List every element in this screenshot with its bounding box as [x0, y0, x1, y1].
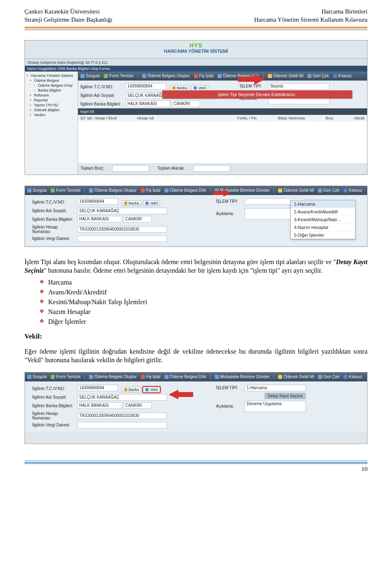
- banka-sube-value[interactable]: CANKIRI: [172, 101, 200, 107]
- annotation-arrow-left-icon: [169, 390, 193, 399]
- dropdown-option-kesinti[interactable]: 3-Kesinti/Mahsup/Naki...: [291, 216, 355, 224]
- list-item: Diğer İşlemler: [39, 317, 368, 327]
- islemtipi-select[interactable]: 1-Harcama: [245, 385, 306, 391]
- aciklama-label: Açıklama:: [216, 211, 245, 216]
- kilavuz-button[interactable]: Kılavuz: [343, 374, 362, 379]
- vekil-button[interactable]: Vekil: [191, 85, 208, 91]
- form-left-column: İlgilinin T.C./V.NO: 14359890694 Banka V…: [32, 198, 167, 242]
- app-logo-sub: HARCAMA YÖNETİM SİSTEMİ: [164, 49, 228, 54]
- adsoyad-value[interactable]: SELÇUK KARAAĞAÇ: [77, 394, 167, 401]
- odenek-geldi-button[interactable]: Ödenek Geldi Mi: [278, 374, 314, 379]
- form-temizle-button[interactable]: Form Temizle: [51, 374, 80, 379]
- broom-icon: [51, 188, 55, 193]
- sorgula-button[interactable]: Sorgula: [27, 374, 47, 379]
- grid-body: [78, 121, 367, 163]
- dropdown-option-nazim[interactable]: 4-Nazım Hesaplar: [291, 224, 355, 231]
- vekil-button[interactable]: Vekil: [143, 200, 160, 206]
- banka-button[interactable]: Banka: [122, 200, 142, 206]
- toplam-borc-label: Toplam Borç:: [80, 166, 104, 170]
- screenshot-2: Sorgula Form Temizle Ödeme Belgesi Oluşt…: [24, 186, 368, 247]
- tcvno-value[interactable]: 14359890694: [77, 385, 118, 391]
- search-icon: [80, 74, 85, 78]
- detay-kayit-badge[interactable]: Detay Kayıt Seçiniz: [265, 393, 306, 399]
- cancel-icon: [141, 375, 145, 379]
- hesap-label: İlgilinin Hesap Numarası:: [32, 225, 77, 234]
- fis-iptal-button[interactable]: Fiş İptal: [194, 74, 214, 78]
- banka-sube-value[interactable]: CANKIRI: [123, 402, 152, 409]
- toolbar: Sorgula Form Temizle Ödeme Belgesi Oluşt…: [25, 186, 367, 195]
- print-icon: [165, 188, 169, 193]
- grid-col-2: Hesap Adı: [137, 116, 154, 120]
- paragraph-islem-tipi: İşlem Tipi alanı beş kısımdan oluşur. Ol…: [24, 258, 368, 275]
- hesap-value[interactable]: TR320001200964600001010630: [77, 413, 167, 419]
- sorgula-button[interactable]: Sorgula: [80, 74, 100, 78]
- islemtipi-select[interactable]: Seçiniz: [268, 83, 330, 90]
- odeme-dok-button[interactable]: Ödeme Belgesi Dök: [165, 188, 206, 193]
- islemtipi-dropdown[interactable]: 1-Harcama 2-Avans/Kredi/Akreditif 3-Kesi…: [290, 200, 356, 239]
- header-right-line1: Harcama Birimleri: [254, 7, 368, 16]
- form-temizle-button[interactable]: Form Temizle: [104, 74, 134, 78]
- vergi-label: İlgilinin Vergi Dairesi:: [32, 236, 77, 241]
- banka-value[interactable]: HALK BANKASI: [77, 216, 122, 222]
- sidebar-raporlar: Raporlar: [30, 98, 76, 103]
- coin-icon: [278, 188, 282, 193]
- islemtipi-label: İŞLEM TİPİ:: [216, 386, 245, 390]
- print-icon: [165, 375, 169, 379]
- grid-section-header: Kayıt Sil: [78, 108, 367, 115]
- tcvno-value[interactable]: 14359890694: [125, 83, 166, 90]
- header-left-line1: Çankırı Karatekin Üniversitesi: [24, 7, 112, 16]
- vergi-label: İlgilinin Vergi Dairesi:: [32, 423, 77, 427]
- warning-banner: İşlem Tipi Seçerek Devam Edebilirsiniz.: [162, 90, 352, 99]
- sidebar-yardim: Yardım: [30, 112, 76, 117]
- banka-button[interactable]: Banka: [170, 85, 190, 91]
- form-left-column: İlgilinin T.C./V.NO: 14359890694 Banka V…: [32, 385, 167, 428]
- dropdown-option-diger[interactable]: 5-Diğer İşlemler: [291, 231, 355, 239]
- toolbar: Sorgula Form Temizle Ödeme Belgesi Oluşt…: [78, 72, 367, 81]
- menu-bar: Menü Hoşgeldiniz ÖEB Banka Bilgileri Gir…: [25, 66, 367, 72]
- muhasebe-gonder-button[interactable]: Muhasebe Birimine Gönder: [215, 374, 270, 379]
- list-item: Kesinti/Mahsup/Nakit Talep İşlemleri: [39, 297, 368, 307]
- odeme-olustur-button[interactable]: Ödeme Belgesi Oluştur: [89, 374, 136, 379]
- tcvno-label: İlgilinin T.C./V.NO:: [80, 85, 125, 89]
- dropdown-option-avans[interactable]: 2-Avans/Kredi/Akreditif: [291, 208, 355, 216]
- islemtipi-label: İŞLEM TİPİ:: [216, 199, 245, 204]
- odenek-geldi-button[interactable]: Ödenek Geldi Mi: [268, 74, 303, 78]
- toplam-borc-value: [112, 165, 149, 172]
- tcvno-value[interactable]: 14359890694: [77, 198, 118, 205]
- banka-button[interactable]: Banka: [122, 387, 142, 392]
- odeme-olustur-button[interactable]: Ödeme Belgesi Oluştur: [142, 74, 189, 78]
- vekil-button[interactable]: Vekil: [143, 387, 160, 392]
- doc-plus-icon: [89, 188, 93, 193]
- bank-icon: [124, 388, 127, 391]
- vergi-input[interactable]: [77, 422, 167, 428]
- odeme-olustur-button[interactable]: Ödeme Belgesi Oluştur: [89, 188, 136, 193]
- banka-value[interactable]: HALK BANKASI: [77, 402, 122, 409]
- fis-iptal-button[interactable]: Fiş İptal: [141, 374, 160, 379]
- form-temizle-button[interactable]: Form Temizle: [51, 188, 80, 193]
- odenek-geldi-button[interactable]: Ödenek Geldi Mi: [278, 188, 314, 193]
- odeme-dok-button[interactable]: Ödeme Belgesi Dök: [165, 374, 206, 379]
- aciklama-input[interactable]: Deneme Uygulama: [245, 401, 306, 412]
- sorgula-button[interactable]: Sorgula: [27, 188, 47, 193]
- dropdown-option-harcama[interactable]: 1-Harcama: [291, 200, 355, 208]
- fis-iptal-button[interactable]: Fiş İptal: [141, 188, 160, 193]
- kilavuz-button[interactable]: Kılavuz: [343, 188, 362, 193]
- geri-cek-button[interactable]: Geri Çek: [318, 188, 339, 193]
- vergi-input[interactable]: [77, 235, 167, 242]
- banka-sube-value[interactable]: CANKIRI: [123, 216, 152, 222]
- hesap-value[interactable]: TR320001200964600001010630: [77, 226, 167, 233]
- geri-cek-button[interactable]: Geri Çek: [318, 374, 339, 379]
- sidebar-root: Harcama Yönetim Sistemi: [27, 73, 76, 78]
- bank-icon: [172, 86, 176, 90]
- person-icon: [145, 202, 149, 205]
- kilavuz-button[interactable]: Kılavuz: [333, 74, 352, 78]
- aciklama-label: Açıklama:: [216, 404, 245, 408]
- undo-icon: [307, 74, 312, 78]
- form-area: İlgilinin T.C./V.NO: 14359890694 Banka V…: [25, 381, 367, 432]
- adsoyad-value[interactable]: SELÇUK KARAAĞAÇ: [77, 208, 167, 214]
- doc-plus-icon: [142, 74, 146, 78]
- grid-col-1: İşT. İşK. Hesap / Ekod: [80, 116, 117, 120]
- bank-icon: [124, 202, 127, 205]
- banka-value[interactable]: HALK BANKASI: [125, 101, 170, 107]
- geri-cek-button[interactable]: Geri Çek: [307, 74, 329, 78]
